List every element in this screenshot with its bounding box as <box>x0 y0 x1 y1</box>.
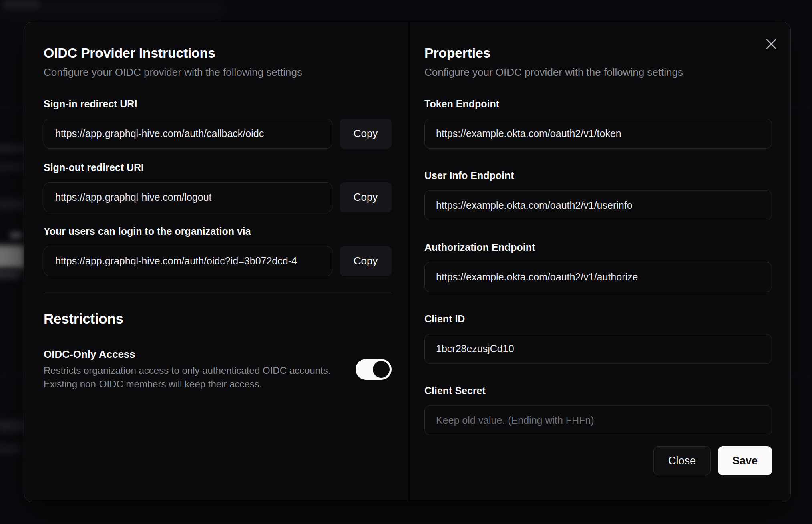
sign-in-redirect-input[interactable] <box>44 119 332 149</box>
client-id-label: Client ID <box>424 313 772 325</box>
sign-out-redirect-input[interactable] <box>44 182 332 212</box>
properties-title: Properties <box>424 45 772 61</box>
instructions-title: OIDC Provider Instructions <box>44 45 392 61</box>
user-info-endpoint-label: User Info Endpoint <box>424 169 772 181</box>
organization-login-field: Your users can login to the organization… <box>44 225 392 276</box>
user-info-endpoint-field: User Info Endpoint <box>424 169 772 220</box>
organization-login-label: Your users can login to the organization… <box>44 225 392 237</box>
x-icon <box>766 39 776 49</box>
client-secret-input[interactable] <box>424 405 772 435</box>
token-endpoint-label: Token Endpoint <box>424 98 772 110</box>
copy-sign-in-button[interactable]: Copy <box>340 119 392 149</box>
copy-organization-login-button[interactable]: Copy <box>340 246 392 276</box>
oidc-only-access-description: Restricts organization access to only au… <box>44 364 330 391</box>
sign-out-redirect-field: Sign-out redirect URI Copy <box>44 161 392 212</box>
close-button[interactable]: Close <box>653 446 711 475</box>
organization-login-input[interactable] <box>44 246 332 276</box>
sign-out-redirect-label: Sign-out redirect URI <box>44 161 392 173</box>
oidc-only-access-label: OIDC-Only Access <box>44 348 330 361</box>
close-icon[interactable] <box>762 35 780 53</box>
client-secret-label: Client Secret <box>424 385 772 397</box>
save-button[interactable]: Save <box>718 446 772 475</box>
authorization-endpoint-field: Authorization Endpoint <box>424 241 772 292</box>
client-id-input[interactable] <box>424 334 772 364</box>
copy-sign-out-button[interactable]: Copy <box>340 182 392 212</box>
oidc-only-access-toggle[interactable] <box>356 359 392 380</box>
properties-panel: Properties Configure your OIDC provider … <box>408 22 790 502</box>
oidc-only-access-row: OIDC-Only Access Restricts organization … <box>44 348 392 391</box>
token-endpoint-input[interactable] <box>424 119 772 149</box>
sign-in-redirect-label: Sign-in redirect URI <box>44 98 392 110</box>
oidc-settings-dialog: OIDC Provider Instructions Configure you… <box>24 22 791 502</box>
toggle-thumb <box>373 361 390 378</box>
sign-in-redirect-field: Sign-in redirect URI Copy <box>44 98 392 149</box>
dialog-actions: Close Save <box>424 446 772 475</box>
restrictions-title: Restrictions <box>44 310 392 328</box>
user-info-endpoint-input[interactable] <box>424 190 772 220</box>
client-id-field: Client ID <box>424 313 772 364</box>
instructions-panel: OIDC Provider Instructions Configure you… <box>24 22 408 502</box>
section-divider <box>44 294 392 294</box>
token-endpoint-field: Token Endpoint <box>424 98 772 149</box>
authorization-endpoint-input[interactable] <box>424 262 772 292</box>
properties-subtitle: Configure your OIDC provider with the fo… <box>424 66 772 79</box>
client-secret-field: Client Secret <box>424 385 772 435</box>
authorization-endpoint-label: Authorization Endpoint <box>424 241 772 253</box>
instructions-subtitle: Configure your OIDC provider with the fo… <box>44 66 392 79</box>
